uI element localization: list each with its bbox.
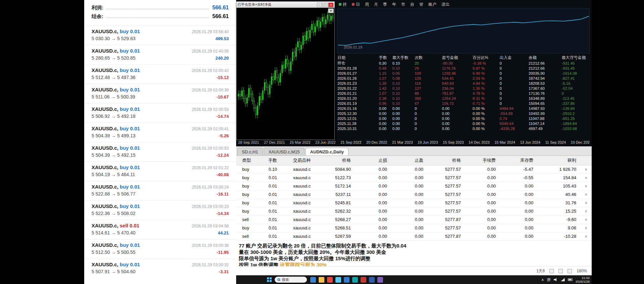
toolbar-item[interactable]: 自 (410, 2, 414, 7)
battery-icon[interactable] (568, 278, 573, 281)
positions-panel: 类型手数交易品种价格止损止盈价格手续费库存费获利 buy0.10xauusd.c… (236, 156, 592, 241)
search-input[interactable]: 搜索 (275, 277, 307, 283)
trade-row[interactable]: XAUUSD.c,buy 0.01 2026.01.29 03:00:23 5 … (84, 200, 236, 220)
tab-sdch1[interactable]: SD.c,H1 (237, 148, 263, 155)
position-cell: 5277.57 (427, 182, 465, 190)
ime-indicator[interactable]: 拼 (547, 277, 551, 282)
equity-chart[interactable]: 2026.01.19 (337, 8, 590, 54)
task-view-icon[interactable] (310, 277, 316, 283)
trade-row[interactable]: XAUUSD.c,buy 0.01 2026.01.29 02:00:42 5 … (84, 64, 236, 84)
position-row[interactable]: sell0.01xauusd.c5267.590.000.005277.870.… (236, 232, 592, 240)
stats-row[interactable]: 2025.12.300.000.0000.000.00 %-554.891049… (337, 111, 590, 116)
trade-row[interactable]: XAUUSD.c,buy 0.01 2026.01.29 02:00:53 5 … (84, 103, 236, 123)
trade-pl: -14.34 (216, 211, 229, 216)
close-position-icon[interactable]: × (580, 232, 592, 240)
mail-icon[interactable] (352, 277, 358, 283)
stats-row[interactable]: 2026.01.280.480.10291176.765.87 %021212.… (337, 66, 590, 71)
toolbar-item[interactable]: 管 (419, 2, 423, 7)
stats-row[interactable]: 2026.01.231.390.10116840.934.84 %018208.… (337, 81, 590, 86)
toolbar-dot-icon (352, 3, 355, 6)
trade-row[interactable]: XAUUSD.c,buy 0.01 2026.01.29 02:00:39 5 … (84, 84, 236, 103)
clock[interactable]: 21:02 2026/1/28 (576, 276, 590, 283)
toolbar-item[interactable]: 市 (401, 2, 405, 7)
maximize-button[interactable]: □ (323, 3, 328, 7)
minimize-button[interactable]: – (317, 3, 322, 7)
photos-icon[interactable] (335, 277, 341, 283)
trade-row[interactable]: XAUUSD.c,buy 0.01 2026.01.29 03:56:40 5 … (84, 25, 236, 45)
profit-value: 566.61 (212, 5, 229, 11)
chevron-down-icon[interactable]: ▼ (328, 8, 334, 13)
toolbar-item[interactable]: 年 (392, 2, 396, 7)
position-row[interactable]: buy0.01xauusd.c5245.810.000.005277.570.0… (236, 199, 592, 207)
position-cell: 5277.57 (427, 199, 465, 207)
layout-icon[interactable] (558, 269, 563, 273)
stats-row[interactable]: 2026.01.261.070.08126534.412.93 %018742.… (337, 76, 590, 81)
chart-window: 已平仓货单+实时净值 – □ × ▼ (236, 1, 335, 140)
start-button[interactable] (267, 277, 272, 282)
app-red-icon[interactable] (361, 277, 366, 283)
toolbar-item[interactable]: 日 (352, 2, 360, 7)
stats-row[interactable]: 2026.01.202.380.103901254.248.31 %016348… (337, 96, 590, 101)
chevron-up-icon[interactable]: ∧ (541, 278, 544, 282)
position-row[interactable]: buy0.10xauusd.c5084.900.000.005277.570.0… (236, 165, 592, 173)
toolbar-item[interactable]: 周 (365, 2, 369, 7)
toolbar-item[interactable]: 账户 (428, 2, 436, 7)
stats-cell: 0.05 (392, 71, 415, 76)
tab-audnzdcdaily[interactable]: AUDNZD.c,Daily (306, 148, 348, 155)
position-row[interactable]: buy0.01xauusd.c5172.140.000.005277.570.0… (236, 182, 592, 190)
trade-row[interactable]: XAUUSD.c,buy 0.01 2026.01.29 03:00:38 5 … (84, 239, 236, 259)
trade-row[interactable]: XAUUSD.c,buy 0.01 2026.01.29 02:01:22 5 … (84, 161, 236, 181)
stats-row[interactable]: 2026.01.271.150.051091292.966.90 %020035… (337, 71, 590, 76)
trade-row[interactable]: XAUUSD.c,buy 0.01 2026.01.29 03:00:32 5 … (84, 259, 236, 278)
trade-side: buy 0.01 (120, 67, 140, 73)
close-position-icon[interactable]: × (580, 224, 592, 232)
toolbar-item[interactable]: 季 (383, 2, 387, 7)
stats-cell: 0.10 (392, 86, 415, 91)
grid-icon[interactable] (549, 269, 554, 273)
close-position-icon[interactable]: × (580, 207, 592, 215)
toolbar-item[interactable]: 月 (374, 2, 378, 7)
app-purple-icon[interactable] (377, 277, 383, 283)
toolbar-item[interactable]: 进出 (441, 2, 449, 7)
close-position-icon[interactable]: × (580, 199, 592, 207)
panel-icon[interactable] (568, 269, 572, 273)
stats-row[interactable]: 2026.01.160.000.0000.000.00 %4484.941498… (337, 106, 590, 111)
toolbar-item[interactable]: 持 (339, 2, 347, 7)
stats-row[interactable]: 2026.01.211.070.1088781.874.78 %017130.7… (337, 91, 590, 96)
app-blue-icon[interactable] (369, 277, 375, 283)
balance-row: 结余: 566.61 (92, 13, 229, 22)
trade-side: buy 0.01 (120, 28, 140, 34)
position-row[interactable]: sell0.01xauusd.c5268.270.000.005277.870.… (236, 215, 592, 224)
stats-row[interactable]: 2026.01.190.960.1067106.720.71 %015094.6… (337, 101, 590, 106)
stats-row[interactable]: 持仓0.300.1020-80.00-0.38 %021212.66-931.4… (337, 61, 590, 66)
trade-row[interactable]: XAUUSD.c,buy 0.01 2026.01.29 03:00:24 5 … (84, 181, 236, 200)
close-position-icon[interactable]: × (580, 215, 592, 224)
volume-icon[interactable] (554, 278, 558, 281)
candle-chart[interactable]: ▼ (236, 8, 334, 140)
trade-row[interactable]: XAUUSD.c,buy 0.01 2026.01.29 02:00:53 5 … (84, 142, 236, 161)
position-row[interactable]: buy0.01xauusd.c5122.730.000.005277.570.0… (236, 173, 592, 182)
close-position-icon[interactable]: × (580, 190, 592, 199)
close-position-icon[interactable]: × (580, 182, 592, 190)
tab-xauusdcm15[interactable]: XAUUSD.c,M15 (264, 148, 304, 155)
store-icon[interactable] (344, 277, 350, 283)
stats-row[interactable]: 2026.01.221.430.10127236.041.36 %017367.… (337, 86, 590, 91)
position-row[interactable]: buy0.01xauusd.c5237.110.000.005277.570.0… (236, 190, 592, 199)
stats-row[interactable]: 2025.11.280.000.0000.000.00 %6040.641104… (337, 121, 590, 126)
close-button[interactable]: × (328, 3, 333, 7)
trade-row[interactable]: XAUUSD.c,buy 0.01 2026.01.29 02:00:41 5 … (84, 123, 236, 142)
close-position-icon[interactable]: × (580, 173, 592, 182)
position-row[interactable]: buy0.01xauusd.c5262.320.000.005277.570.0… (236, 207, 592, 215)
network-icon[interactable] (561, 278, 565, 281)
trade-row[interactable]: XAUUSD.c,sell 0.01 2026.01.29 03:04:58 5… (84, 220, 236, 239)
stats-cell: 0.10 (392, 101, 415, 106)
position-cell: xauusd.c (281, 182, 315, 190)
chart-titlebar[interactable]: 已平仓货单+实时净值 – □ × (236, 2, 334, 8)
position-row[interactable]: buy0.01xauusd.c5268.510.000.005277.570.0… (236, 224, 592, 232)
stats-row[interactable]: 2025.12.010.000.0000.000.00 %0.7411047.8… (337, 116, 590, 121)
trade-row[interactable]: XAUUSD.c,buy 0.01 2026.01.29 02:40:55 5 … (84, 45, 236, 64)
file-explorer-icon[interactable] (319, 277, 324, 283)
stats-row[interactable]: 2025.10.310.000.0000.000.00 %-4335.28499… (337, 126, 590, 131)
close-position-icon[interactable]: × (580, 165, 592, 173)
browser-icon[interactable] (327, 277, 333, 283)
